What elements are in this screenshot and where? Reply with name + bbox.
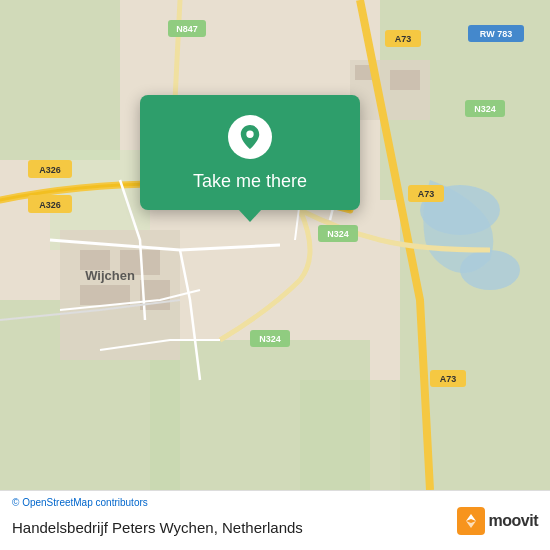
location-pin-circle	[228, 115, 272, 159]
map-svg: A326 A326 N847 A73 A73 A73 N324 N324 N32…	[0, 0, 550, 490]
svg-text:A326: A326	[39, 165, 61, 175]
svg-rect-13	[80, 285, 130, 305]
svg-text:A73: A73	[440, 374, 457, 384]
svg-text:A73: A73	[395, 34, 412, 44]
osm-link[interactable]: © OpenStreetMap contributors	[12, 497, 148, 508]
location-pin-icon	[240, 125, 260, 149]
bottom-bar: © OpenStreetMap contributors Handelsbedr…	[0, 490, 550, 550]
moovit-logo: moovit	[457, 507, 538, 535]
take-me-there-popup[interactable]: Take me there	[140, 95, 360, 210]
moovit-text: moovit	[489, 512, 538, 530]
map-container: A326 A326 N847 A73 A73 A73 N324 N324 N32…	[0, 0, 550, 490]
svg-text:N324: N324	[327, 229, 349, 239]
svg-text:Wijchen: Wijchen	[85, 268, 135, 283]
svg-rect-1	[0, 0, 120, 160]
svg-rect-17	[390, 70, 420, 90]
svg-text:RW 783: RW 783	[480, 29, 512, 39]
svg-text:A326: A326	[39, 200, 61, 210]
svg-rect-7	[300, 380, 400, 490]
svg-text:N847: N847	[176, 24, 198, 34]
osm-credit: © OpenStreetMap contributors	[12, 497, 148, 508]
svg-text:N324: N324	[259, 334, 281, 344]
svg-text:A73: A73	[418, 189, 435, 199]
moovit-icon	[457, 507, 485, 535]
svg-rect-11	[80, 250, 110, 270]
take-me-there-label: Take me there	[193, 171, 307, 192]
business-name: Handelsbedrijf Peters Wychen, Netherland…	[12, 519, 303, 536]
svg-text:N324: N324	[474, 104, 496, 114]
